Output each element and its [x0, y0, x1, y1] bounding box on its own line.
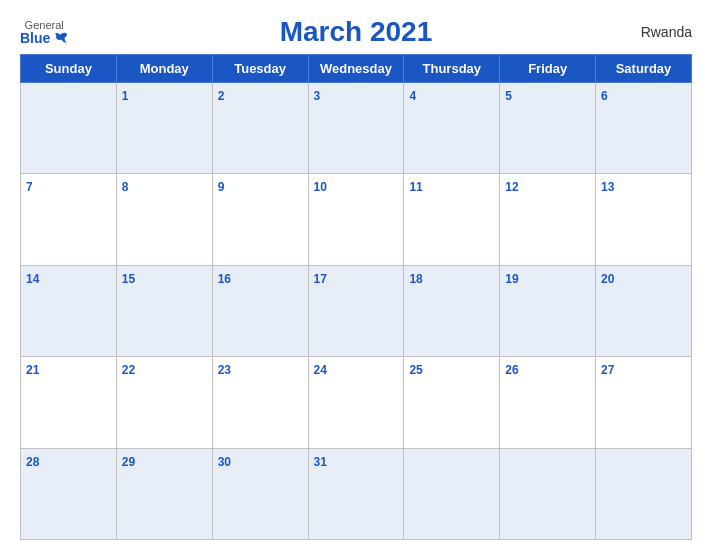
calendar-day-16: 16 [212, 265, 308, 356]
day-number: 8 [122, 180, 129, 194]
calendar-day-8: 8 [116, 174, 212, 265]
logo-general-text: General [25, 20, 64, 31]
calendar-empty-cell [404, 448, 500, 539]
day-number: 1 [122, 89, 129, 103]
day-number: 18 [409, 272, 422, 286]
calendar-day-4: 4 [404, 83, 500, 174]
day-number: 6 [601, 89, 608, 103]
calendar-empty-cell [500, 448, 596, 539]
calendar-week-row: 21222324252627 [21, 357, 692, 448]
calendar-day-5: 5 [500, 83, 596, 174]
calendar-day-3: 3 [308, 83, 404, 174]
calendar-day-11: 11 [404, 174, 500, 265]
calendar-day-27: 27 [596, 357, 692, 448]
day-number: 10 [314, 180, 327, 194]
calendar-day-21: 21 [21, 357, 117, 448]
day-number: 7 [26, 180, 33, 194]
calendar-day-7: 7 [21, 174, 117, 265]
day-number: 15 [122, 272, 135, 286]
day-number: 28 [26, 455, 39, 469]
day-number: 21 [26, 363, 39, 377]
weekday-header-thursday: Thursday [404, 55, 500, 83]
calendar-day-19: 19 [500, 265, 596, 356]
logo-blue-text: Blue [20, 31, 68, 45]
calendar-week-row: 78910111213 [21, 174, 692, 265]
calendar-day-23: 23 [212, 357, 308, 448]
weekday-header-sunday: Sunday [21, 55, 117, 83]
day-number: 9 [218, 180, 225, 194]
country-label: Rwanda [641, 24, 692, 40]
calendar-day-18: 18 [404, 265, 500, 356]
calendar-day-12: 12 [500, 174, 596, 265]
day-number: 2 [218, 89, 225, 103]
day-number: 16 [218, 272, 231, 286]
day-number: 14 [26, 272, 39, 286]
calendar-day-25: 25 [404, 357, 500, 448]
calendar-day-13: 13 [596, 174, 692, 265]
calendar-day-14: 14 [21, 265, 117, 356]
calendar-week-row: 28293031 [21, 448, 692, 539]
calendar-week-row: 123456 [21, 83, 692, 174]
calendar-day-9: 9 [212, 174, 308, 265]
weekday-header-monday: Monday [116, 55, 212, 83]
calendar-title: March 2021 [280, 16, 433, 48]
day-number: 12 [505, 180, 518, 194]
day-number: 20 [601, 272, 614, 286]
calendar-day-6: 6 [596, 83, 692, 174]
weekday-header-row: SundayMondayTuesdayWednesdayThursdayFrid… [21, 55, 692, 83]
day-number: 29 [122, 455, 135, 469]
day-number: 31 [314, 455, 327, 469]
day-number: 17 [314, 272, 327, 286]
day-number: 13 [601, 180, 614, 194]
weekday-header-friday: Friday [500, 55, 596, 83]
calendar-header: General Blue March 2021 Rwanda [20, 16, 692, 48]
calendar-day-10: 10 [308, 174, 404, 265]
calendar-table: SundayMondayTuesdayWednesdayThursdayFrid… [20, 54, 692, 540]
calendar-day-2: 2 [212, 83, 308, 174]
weekday-header-wednesday: Wednesday [308, 55, 404, 83]
day-number: 27 [601, 363, 614, 377]
calendar-day-15: 15 [116, 265, 212, 356]
day-number: 19 [505, 272, 518, 286]
day-number: 11 [409, 180, 422, 194]
calendar-day-1: 1 [116, 83, 212, 174]
day-number: 30 [218, 455, 231, 469]
logo: General Blue [20, 20, 68, 45]
calendar-empty-cell [21, 83, 117, 174]
calendar-day-20: 20 [596, 265, 692, 356]
day-number: 3 [314, 89, 321, 103]
day-number: 26 [505, 363, 518, 377]
logo-bird-icon [52, 31, 68, 45]
calendar-day-28: 28 [21, 448, 117, 539]
day-number: 22 [122, 363, 135, 377]
day-number: 4 [409, 89, 416, 103]
calendar-day-29: 29 [116, 448, 212, 539]
calendar-day-17: 17 [308, 265, 404, 356]
weekday-header-saturday: Saturday [596, 55, 692, 83]
day-number: 23 [218, 363, 231, 377]
day-number: 24 [314, 363, 327, 377]
calendar-day-31: 31 [308, 448, 404, 539]
weekday-header-tuesday: Tuesday [212, 55, 308, 83]
calendar-day-26: 26 [500, 357, 596, 448]
calendar-day-30: 30 [212, 448, 308, 539]
calendar-empty-cell [596, 448, 692, 539]
calendar-day-22: 22 [116, 357, 212, 448]
day-number: 5 [505, 89, 512, 103]
calendar-week-row: 14151617181920 [21, 265, 692, 356]
day-number: 25 [409, 363, 422, 377]
calendar-day-24: 24 [308, 357, 404, 448]
